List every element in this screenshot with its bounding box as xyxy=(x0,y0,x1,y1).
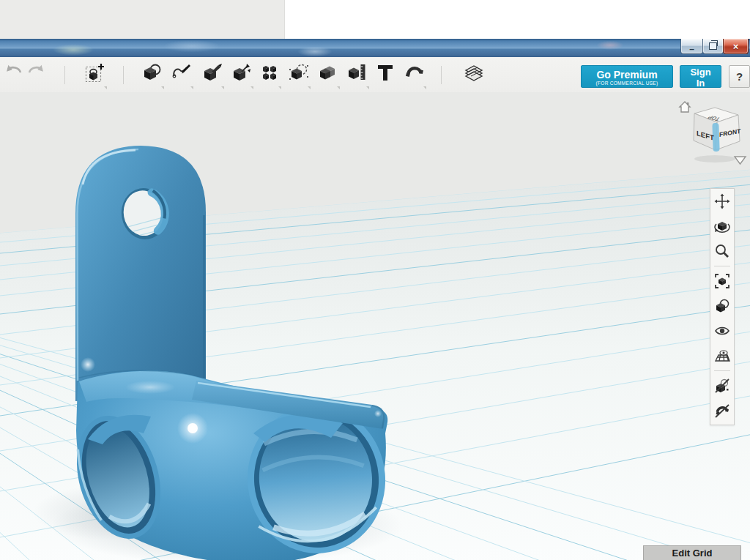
navbar-separator xyxy=(714,266,730,266)
redo-icon xyxy=(26,63,47,78)
window-controls: – × xyxy=(681,39,749,54)
redo-button[interactable] xyxy=(25,61,48,90)
edit-grid-button[interactable]: Edit Grid xyxy=(643,545,741,560)
close-button[interactable]: × xyxy=(723,39,749,54)
dropdown-caret xyxy=(190,86,193,89)
snap-button[interactable] xyxy=(402,61,427,90)
pattern-icon xyxy=(259,63,280,82)
fit-icon xyxy=(714,273,730,289)
home-icon[interactable] xyxy=(680,102,690,112)
hide-solids-icon xyxy=(714,378,730,394)
zoom-button[interactable] xyxy=(710,239,734,264)
combine-button[interactable] xyxy=(316,61,341,90)
text-icon xyxy=(376,63,394,82)
desktop-background xyxy=(0,0,750,39)
help-button[interactable]: ? xyxy=(729,65,750,88)
group-button[interactable] xyxy=(286,61,311,90)
primitives-icon xyxy=(84,63,106,83)
extrude-button[interactable] xyxy=(200,61,225,90)
combine-icon xyxy=(318,63,338,82)
shaded-view-icon xyxy=(714,298,730,314)
hide-solids-button[interactable] xyxy=(710,373,734,398)
material-button[interactable] xyxy=(461,61,486,90)
restore-button[interactable] xyxy=(702,39,724,54)
dropdown-caret xyxy=(104,86,107,89)
restore-icon xyxy=(709,42,717,50)
material-icon xyxy=(463,63,485,83)
dropdown-caret xyxy=(221,86,224,89)
dropdown-caret xyxy=(250,86,253,89)
text-button[interactable] xyxy=(374,61,396,90)
orbit-icon xyxy=(714,218,730,234)
sketch-icon xyxy=(142,63,163,82)
extrude-icon xyxy=(202,63,223,82)
transform-icon xyxy=(231,63,252,82)
undo-button[interactable] xyxy=(1,61,25,90)
grid-visibility-button[interactable] xyxy=(710,343,734,368)
3d-viewport[interactable]: TOP LEFT FRONT xyxy=(0,92,750,560)
snap-icon xyxy=(404,63,426,82)
measure-icon xyxy=(347,63,368,82)
sign-in-button[interactable]: Sign In xyxy=(680,65,721,88)
navbar-separator xyxy=(714,370,730,371)
zoom-icon xyxy=(714,243,730,259)
toolbar-separator xyxy=(64,66,65,84)
pan-button[interactable] xyxy=(710,189,734,214)
viewcube-widget: TOP LEFT FRONT xyxy=(677,99,749,169)
dropdown-caret xyxy=(423,86,426,89)
go-premium-sublabel: (FOR COMMERCIAL USE) xyxy=(582,81,672,86)
viewcube-shadow xyxy=(694,155,735,163)
cube-menu-arrow-icon[interactable] xyxy=(735,157,746,164)
group-icon xyxy=(289,63,309,82)
spline-icon xyxy=(171,63,192,82)
navigation-toolbar xyxy=(710,188,735,425)
main-toolbar: Go Premium (FOR COMMERCIAL USE) Sign In … xyxy=(0,57,750,93)
fit-button[interactable] xyxy=(710,269,734,294)
snap-toggle-icon xyxy=(714,403,730,419)
visibility-icon xyxy=(714,323,730,339)
sketch-button[interactable] xyxy=(140,61,165,90)
titlebar-glass-reflections xyxy=(0,39,750,57)
window-titlebar[interactable]: – × xyxy=(0,39,750,57)
visibility-button[interactable] xyxy=(710,318,734,343)
orbit-button[interactable] xyxy=(710,214,734,239)
dropdown-caret xyxy=(308,86,311,89)
primitives-button[interactable] xyxy=(83,61,108,90)
minimize-button[interactable]: – xyxy=(680,39,703,54)
minimize-icon: – xyxy=(689,45,694,53)
dropdown-caret xyxy=(337,86,340,89)
shaded-view-button[interactable] xyxy=(710,294,734,318)
view-cube[interactable]: TOP LEFT FRONT xyxy=(694,108,741,152)
background-gray-panel xyxy=(0,0,285,39)
dropdown-caret xyxy=(278,86,281,89)
grid-visibility-icon xyxy=(714,348,730,364)
toolbar-separator xyxy=(441,66,442,84)
measure-button[interactable] xyxy=(345,61,370,90)
undo-icon xyxy=(3,63,23,78)
pattern-button[interactable] xyxy=(257,61,282,90)
transform-button[interactable] xyxy=(229,61,254,90)
toolbar-separator xyxy=(123,66,124,84)
close-icon: × xyxy=(733,42,739,51)
go-premium-label: Go Premium xyxy=(582,69,672,81)
go-premium-button[interactable]: Go Premium (FOR COMMERCIAL USE) xyxy=(581,65,673,88)
dropdown-caret xyxy=(161,86,164,89)
spline-button[interactable] xyxy=(169,61,194,90)
pan-icon xyxy=(714,193,730,209)
dropdown-caret xyxy=(366,86,369,89)
scene-canvas[interactable] xyxy=(0,92,750,560)
snap-toggle-button[interactable] xyxy=(710,398,734,423)
